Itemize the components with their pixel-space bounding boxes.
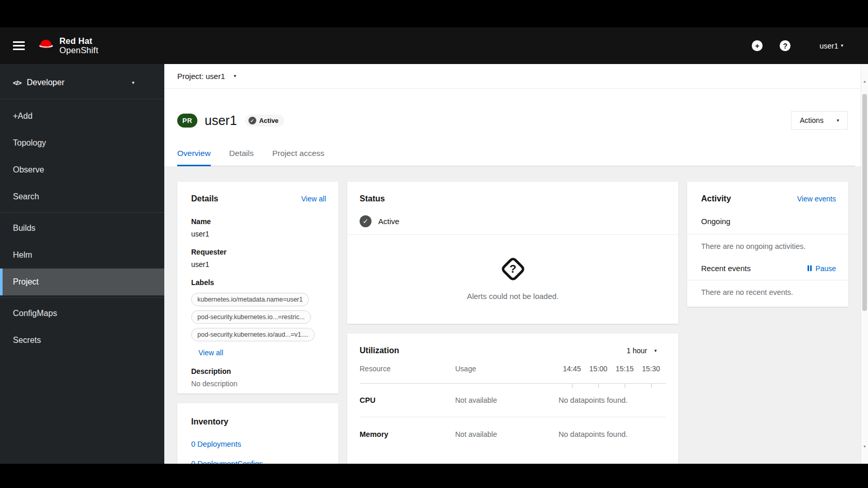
status-card: Status ✓ Active ? Alerts could not be lo… — [347, 182, 678, 324]
activity-card: Activity View events Ongoing There are n… — [687, 182, 848, 307]
pause-icon — [808, 265, 812, 271]
labels-group: kubernetes.io/metadata.name=user1 pod-se… — [191, 293, 326, 341]
time-tick-label: 15:15 — [615, 365, 634, 373]
page-title: user1 — [205, 113, 237, 128]
ongoing-empty-message: There are no ongoing activities. — [701, 242, 836, 250]
vertical-scrollbar[interactable]: ▲ ▼ — [861, 64, 868, 464]
help-question-circle-icon[interactable]: ? — [780, 40, 791, 51]
status-badge-label: Active — [259, 117, 279, 124]
user-menu-dropdown[interactable]: user1 ▾ — [819, 42, 843, 50]
time-axis-ticks — [562, 384, 661, 388]
sidebar: </> Developer ▾ +Add Topology Observe Se… — [0, 64, 164, 464]
sidebar-item-topology[interactable]: Topology — [0, 130, 164, 156]
utilization-card: Utilization 1 hour ▾ Resource Usage — [347, 334, 678, 464]
card-divider — [687, 280, 848, 280]
tab-bar: Overview Details Project access — [177, 149, 855, 166]
inventory-deploymentconfigs-link[interactable]: 0 DeploymentConfigs — [191, 460, 324, 464]
sidebar-item-builds[interactable]: Builds — [0, 215, 164, 242]
inventory-deployments-link[interactable]: 0 Deployments — [191, 440, 324, 448]
project-context-bar: Project: user1 ▾ — [164, 64, 868, 89]
main-content: Project: user1 ▾ PR user1 ✓ Active Actio… — [164, 64, 868, 464]
labels-view-all-link[interactable]: View all — [198, 349, 223, 357]
unknown-question-icon: ? — [500, 256, 526, 282]
actions-dropdown-button[interactable]: Actions ▾ — [791, 111, 848, 130]
scroll-down-arrow-icon[interactable]: ▼ — [861, 445, 868, 448]
utilization-duration-select[interactable]: 1 hour ▾ — [627, 347, 657, 355]
nav-toggle-icon[interactable] — [13, 41, 25, 50]
sidebar-item-secrets[interactable]: Secrets — [0, 327, 164, 354]
developer-code-icon: </> — [13, 79, 21, 87]
requester-value: user1 — [191, 260, 326, 269]
time-tick-label: 15:00 — [588, 365, 608, 373]
column-usage: Usage — [455, 365, 559, 373]
time-axis-labels: 14:45 15:00 15:15 15:30 — [559, 365, 666, 373]
description-value: No description — [191, 380, 326, 388]
utilization-header-row: Resource Usage 14:45 15:00 15:15 15:30 — [360, 365, 666, 384]
overview-dashboard: Details View all Name user1 Requester us… — [164, 166, 868, 464]
resource-chart-empty: No datapoints found. — [559, 396, 666, 404]
masthead-toolbar: + ? user1 ▾ — [752, 40, 868, 51]
resource-name: CPU — [360, 396, 455, 404]
status-badge: ✓ Active — [245, 115, 285, 127]
dashboard-left-column: Details View all Name user1 Requester us… — [177, 182, 338, 464]
page-header: PR user1 ✓ Active Actions ▾ Overview Det… — [164, 89, 868, 166]
chevron-down-icon: ▾ — [132, 81, 134, 85]
sidebar-divider — [0, 297, 164, 298]
resource-usage: Not available — [455, 396, 559, 404]
perspective-switcher[interactable]: </> Developer ▾ — [0, 64, 164, 99]
project-selector-dropdown[interactable]: Project: user1 ▾ — [177, 72, 236, 81]
chevron-down-icon: ▾ — [836, 118, 839, 123]
brand-line1: Red Hat — [59, 37, 98, 46]
card-divider — [687, 234, 848, 234]
dashboard-middle-column: Status ✓ Active ? Alerts could not be lo… — [347, 182, 678, 464]
actions-label: Actions — [800, 116, 824, 124]
label-pill: pod-security.kubernetes.io...=restric... — [191, 310, 311, 324]
app-body: </> Developer ▾ +Add Topology Observe Se… — [0, 64, 868, 464]
time-tick-label: 15:30 — [641, 365, 661, 373]
alerts-message: Alerts could not be loaded. — [467, 292, 559, 301]
sidebar-item-configmaps[interactable]: ConfigMaps — [0, 300, 164, 327]
tab-overview[interactable]: Overview — [177, 149, 211, 166]
ongoing-section-title: Ongoing — [701, 217, 836, 226]
details-view-all-link[interactable]: View all — [301, 195, 326, 203]
scrollbar-thumb[interactable] — [862, 94, 867, 311]
utilization-table: Resource Usage 14:45 15:00 15:15 15:30 — [360, 365, 666, 451]
utilization-card-title: Utilization — [360, 346, 399, 355]
add-plus-circle-icon[interactable]: + — [752, 40, 763, 51]
resource-usage: Not available — [455, 430, 559, 438]
screen: Red Hat OpenShift + ? user1 ▾ </> Develo… — [0, 0, 868, 488]
duration-value: 1 hour — [627, 347, 647, 355]
project-selector-label: Project: user1 — [177, 72, 225, 81]
inventory-card-title: Inventory — [191, 417, 228, 426]
sidebar-item-helm[interactable]: Helm — [0, 242, 164, 269]
inventory-card: Inventory 0 Deployments 0 DeploymentConf… — [177, 403, 338, 464]
utilization-row-cpu: CPU Not available No datapoints found. — [360, 384, 666, 417]
resource-chart-empty: No datapoints found. — [559, 430, 666, 438]
label-pill: kubernetes.io/metadata.name=user1 — [191, 293, 309, 306]
status-card-title: Status — [360, 194, 385, 203]
details-card-title: Details — [191, 194, 218, 203]
name-value: user1 — [191, 230, 326, 238]
sidebar-nav: +Add Topology Observe Search Builds Helm… — [0, 99, 164, 354]
time-tick-label: 14:45 — [562, 365, 582, 373]
details-card: Details View all Name user1 Requester us… — [177, 182, 338, 393]
recent-events-header: Recent events Pause — [701, 264, 836, 273]
check-circle-icon: ✓ — [360, 215, 371, 227]
perspective-label: Developer — [27, 78, 65, 87]
masthead: Red Hat OpenShift + ? user1 ▾ — [0, 27, 868, 64]
sidebar-item-project[interactable]: Project — [0, 269, 164, 295]
view-events-link[interactable]: View events — [797, 195, 836, 203]
name-label: Name — [191, 217, 326, 226]
sidebar-item-observe[interactable]: Observe — [0, 156, 164, 183]
redhat-fedora-icon — [37, 39, 55, 53]
project-resource-badge: PR — [177, 114, 197, 128]
sidebar-item-search[interactable]: Search — [0, 183, 164, 210]
tab-details[interactable]: Details — [229, 149, 254, 166]
sidebar-item-add[interactable]: +Add — [0, 103, 164, 130]
dashboard-right-column: Activity View events Ongoing There are n… — [687, 182, 848, 307]
tab-project-access[interactable]: Project access — [272, 149, 324, 166]
pause-events-button[interactable]: Pause — [808, 264, 836, 273]
redhat-openshift-logo: Red Hat OpenShift — [37, 37, 98, 55]
requester-label: Requester — [191, 248, 326, 256]
scroll-up-arrow-icon[interactable]: ▲ — [861, 80, 868, 83]
